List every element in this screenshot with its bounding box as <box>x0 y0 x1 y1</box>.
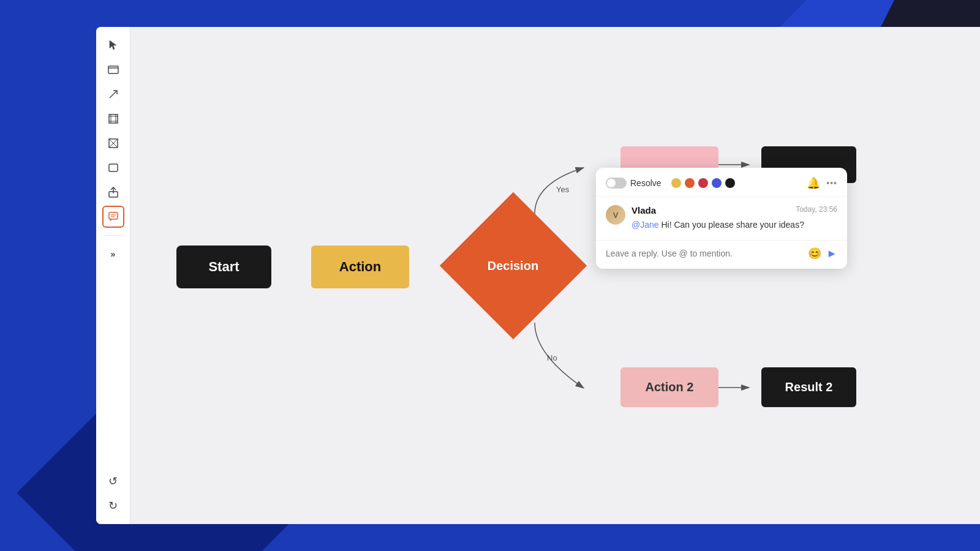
color-dot-yellow[interactable] <box>671 178 681 188</box>
svg-rect-3 <box>109 114 118 123</box>
svg-text:Yes: Yes <box>556 185 570 194</box>
canvas-area[interactable]: Yes No Start Action Decision <box>130 27 980 524</box>
undo-button[interactable]: ↺ <box>102 470 124 492</box>
decision-node-label: Decision <box>488 258 538 272</box>
start-node-label: Start <box>208 259 239 275</box>
more-tool[interactable]: » <box>102 243 124 265</box>
comment-timestamp: Today, 23:56 <box>796 205 837 214</box>
send-button[interactable]: ► <box>826 247 837 260</box>
start-node[interactable]: Start <box>176 246 271 288</box>
toggle-knob <box>607 179 616 187</box>
undo-icon: ↺ <box>108 474 118 488</box>
comment-body: V Today, 23:56 Vlada @Jane Hi! Can you p… <box>596 197 847 240</box>
cursor-tool[interactable] <box>102 34 124 56</box>
resolve-switch[interactable] <box>606 178 627 189</box>
color-dot-black[interactable] <box>725 178 735 188</box>
reply-input[interactable] <box>606 249 803 258</box>
toolbar-divider <box>104 235 123 236</box>
comment-author-row: V Today, 23:56 Vlada @Jane Hi! Can you p… <box>606 205 837 231</box>
avatar-initials: V <box>613 211 619 220</box>
more-icon: » <box>111 249 116 259</box>
notification-bell-icon[interactable]: 🔔 <box>807 176 820 190</box>
toolbar: » ↺ ↻ <box>96 27 130 524</box>
color-dot-blue[interactable] <box>712 178 722 188</box>
svg-rect-0 <box>108 66 118 73</box>
comment-popup-header: Resolve 🔔 ••• <box>596 168 847 197</box>
action-node[interactable]: Action <box>311 246 409 288</box>
svg-line-2 <box>110 91 117 98</box>
redo-icon: ↻ <box>108 499 118 512</box>
crossbox-tool[interactable] <box>102 132 124 154</box>
emoji-button[interactable]: 😊 <box>808 247 821 260</box>
svg-text:No: No <box>547 353 557 362</box>
comment-popup: Resolve 🔔 ••• V <box>596 168 847 269</box>
crop-tool[interactable] <box>102 108 124 130</box>
frame-tool[interactable] <box>102 59 124 81</box>
main-canvas-window: » ↺ ↻ Yes <box>96 27 980 524</box>
comment-header-actions: 🔔 ••• <box>807 176 837 190</box>
comment-text: @Jane Hi! Can you please share your idea… <box>631 219 837 231</box>
more-options-icon[interactable]: ••• <box>826 178 837 188</box>
resolve-toggle[interactable]: Resolve <box>606 178 662 189</box>
svg-rect-14 <box>109 212 118 219</box>
comment-reply-area: 😊 ► <box>596 240 847 269</box>
export-tool[interactable] <box>102 181 124 203</box>
arrow-tool[interactable] <box>102 83 124 105</box>
author-avatar: V <box>606 205 625 225</box>
action-node-label: Action <box>339 259 381 275</box>
action2-node[interactable]: Action 2 <box>620 367 718 407</box>
color-dot-orange[interactable] <box>685 178 695 188</box>
svg-rect-11 <box>109 164 118 171</box>
comment-message: Hi! Can you please share your ideas? <box>661 220 804 230</box>
result2-node-label: Result 2 <box>785 380 833 394</box>
comment-mention: @Jane <box>631 220 659 230</box>
color-dot-red[interactable] <box>698 178 708 188</box>
redo-button[interactable]: ↻ <box>102 495 124 517</box>
comment-content: Today, 23:56 Vlada @Jane Hi! Can you ple… <box>631 205 837 231</box>
resolve-label: Resolve <box>630 178 662 188</box>
rectangle-tool[interactable] <box>102 157 124 179</box>
comment-author-name: Vlada <box>631 205 656 216</box>
action2-node-label: Action 2 <box>646 380 694 394</box>
comment-tool[interactable] <box>102 206 124 228</box>
result2-node[interactable]: Result 2 <box>761 367 856 407</box>
color-picker <box>671 178 735 188</box>
